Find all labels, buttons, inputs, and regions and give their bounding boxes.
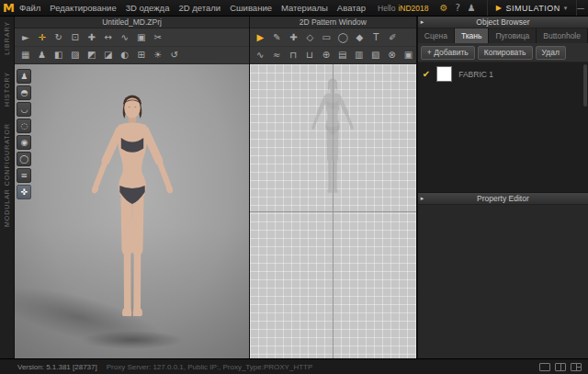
layout-preset-triple-icon[interactable] [571,363,582,371]
pressure-view-icon[interactable]: ◐ [117,48,132,62]
layout-preset-split-icon[interactable] [555,363,566,371]
fabric-list-item[interactable]: ✔ FABRIC 1 [418,62,588,85]
light-settings-icon[interactable]: ☀ [150,48,165,62]
pattern-info-toggle-icon[interactable]: ▣ [401,48,416,62]
show-hair-toggle-icon[interactable]: ◓ [17,85,31,100]
greeting-hello: Hello [378,4,395,13]
create-polygon-tool-icon[interactable]: ◇ [302,30,318,45]
stress-map-icon[interactable]: ◪ [100,48,116,62]
copy-fabric-button[interactable]: Копировать [478,46,533,60]
fabric-list: ✔ FABRIC 1 [418,62,588,193]
menu-materials[interactable]: Материалы [277,3,333,13]
main-menu: ФайлРедактирование3D одежда2D деталиСшив… [15,3,370,13]
create-dart-tool-icon[interactable]: ◆ [352,30,368,45]
collapse-icon[interactable]: ▸ [421,18,424,26]
object-browser-actions: + Добавить Копировать Удал [418,43,588,62]
chevron-down-icon: ▾ [564,5,568,12]
delete-fabric-button[interactable]: Удал [536,46,566,60]
check-icon[interactable]: ✔ [423,69,430,79]
avatar-tape-toggle-icon[interactable]: ≡ [17,168,31,183]
edit-sewing-tool-icon[interactable]: ⊓ [286,48,301,62]
create-rectangle-tool-icon[interactable]: ▭ [319,30,334,45]
show-grid-icon[interactable]: ⊞ [133,48,149,62]
move-gizmo-tool-icon[interactable]: ✛ [34,30,50,45]
tab-button[interactable]: Пуговица [489,28,537,43]
simulation-button[interactable]: ▶ SIMULATION ▾ [487,0,577,16]
tab-scene[interactable]: Сцена [418,28,455,43]
transform-pattern-tool-icon[interactable]: ▶ [253,30,268,45]
trace-tool-icon[interactable]: ✐ [385,30,401,45]
create-text-tool-icon[interactable]: T [368,30,384,45]
avatar-silhouette-2d [304,77,361,197]
toolbar-2d-row2: ∿≈⊓⊔⊕▤▥▧⊗▣ [250,46,416,63]
internal-line-tool-icon[interactable]: ▤ [334,48,350,62]
detach-sewing-tool-icon[interactable]: ⊔ [302,48,318,62]
scrollbar[interactable] [583,64,587,107]
grainline-tool-icon[interactable]: ⊕ [318,48,334,62]
show-cloth-icon[interactable]: ▦ [17,48,33,62]
rail-tab-history[interactable]: HISTORY [4,72,10,107]
property-editor-body [418,205,588,358]
edit-pattern-tool-icon[interactable]: ✎ [269,30,285,45]
simulation-label: SIMULATION [505,4,560,13]
rail-tab-modular-configurator[interactable]: MODULAR CONFIGURATOR [4,123,10,227]
arrangement-points-toggle-icon[interactable]: ◉ [17,135,31,150]
show-avatar-toggle-icon[interactable]: ♟ [17,69,31,84]
username: iND2018 [398,4,428,13]
simulation-play-icon: ▶ [496,4,503,12]
tab-fabric[interactable]: Ткань [455,28,490,43]
add-fabric-button[interactable]: + Добавить [421,46,475,60]
fabric-swatch[interactable] [436,66,452,82]
snap-toggle-icon[interactable]: ⊗ [384,48,400,62]
free-sewing-tool-icon[interactable]: ≈ [269,48,285,62]
layout-preset-single-icon[interactable] [539,363,550,371]
tab-buttonhole[interactable]: Buttonhole [537,28,588,43]
help-icon[interactable]: ? [455,4,459,13]
avatar-contact-shadow [81,331,184,349]
arrangement-volumes-toggle-icon[interactable]: ◯ [17,152,31,166]
minimize-button[interactable]: — [577,4,585,13]
show-accessories-toggle-icon[interactable]: ◌ [17,119,31,133]
measure-tool-icon[interactable]: ↔ [100,30,116,45]
pattern-2d-window: 2D Pattern Window ▶✎✚◇▭◯◆T✐ ∿≈⊓⊔⊕▤▥▧⊗▣ [250,17,417,358]
scale-gizmo-tool-icon[interactable]: ⊡ [67,30,83,45]
top-menubar: M ФайлРедактирование3D одежда2D деталиСш… [0,0,588,17]
select-move-tool-icon[interactable]: ► [17,30,33,45]
show-avatar-icon[interactable]: ♟ [34,48,50,62]
pin-tool-icon[interactable]: ✚ [84,30,99,45]
property-editor-header[interactable]: ▸ Property Editor [418,193,588,205]
solidify-tool-icon[interactable]: ▣ [133,30,149,45]
menu-file[interactable]: Файл [15,3,45,13]
account-icon[interactable]: ♟ [468,4,476,13]
avatar-size-toggle-icon[interactable]: ✜ [17,185,31,199]
menu-2d-patterns[interactable]: 2D детали [174,3,225,13]
sewing-tool-icon[interactable]: ∿ [117,30,132,45]
show-texture-toggle-icon[interactable]: ▧ [368,48,383,62]
create-ellipse-tool-icon[interactable]: ◯ [335,30,351,45]
status-bar: Version: 5.1.381 [28737] Proxy Server: 1… [0,358,588,374]
mesh-view-icon[interactable]: ▨ [67,48,83,62]
seam-allowance-tool-icon[interactable]: ▥ [351,48,367,62]
menu-sewing[interactable]: Сшивание [225,3,277,13]
collapse-icon[interactable]: ▸ [421,195,424,202]
object-browser-header[interactable]: ▸ Object Browser [418,17,588,28]
add-point-tool-icon[interactable]: ✚ [286,30,301,45]
surface-texture-view-icon[interactable]: ◧ [51,48,66,62]
scissors-tool-icon[interactable]: ✂ [150,30,165,45]
reset-camera-icon[interactable]: ↺ [166,48,182,62]
strain-map-icon[interactable]: ◩ [84,48,99,62]
rotate-gizmo-tool-icon[interactable]: ↻ [51,30,66,45]
segment-sewing-tool-icon[interactable]: ∿ [253,48,268,62]
settings-gear-icon[interactable]: ⚙ [439,4,447,13]
3d-viewport-canvas[interactable]: ♟◓◡◌◉◯≡✜ [15,64,249,358]
avatar-3d[interactable] [77,92,187,323]
toolbar-3d-row2: ▦♟◧▨◩◪◐⊞☀↺ [15,46,249,63]
menu-avatar[interactable]: Аватар [333,3,370,13]
menu-edit[interactable]: Редактирование [45,3,120,13]
show-shoes-toggle-icon[interactable]: ◡ [17,102,31,117]
rail-tab-library[interactable]: LIBRARY [4,21,10,55]
2d-pattern-canvas[interactable] [250,64,416,358]
main-content: LIBRARYHISTORYMODULAR CONFIGURATOR Untit… [0,17,588,358]
window-controls: — ◻ ✕ [577,4,588,13]
menu-3d-garment[interactable]: 3D одежда [121,3,175,13]
